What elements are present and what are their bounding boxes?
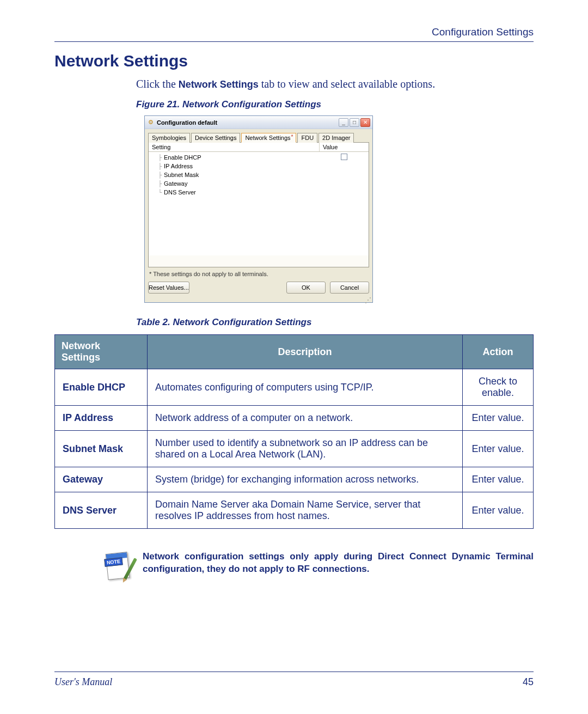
column-value: Value [320, 143, 369, 151]
intro-bold: Network Settings [179, 79, 259, 90]
row-name: Subnet Mask [55, 431, 148, 467]
page-header: Configuration Settings [54, 26, 534, 42]
tree-label: IP Address [163, 163, 320, 169]
row-action: Enter value. [463, 431, 534, 467]
footer-manual: User's Manual [54, 676, 112, 688]
page-footer: User's Manual 45 [54, 672, 534, 688]
note-block: NOTE Network configuration settings only… [103, 551, 534, 581]
th-action: Action [463, 335, 534, 369]
table-row: IP Address Network address of a computer… [55, 406, 534, 431]
minimize-button[interactable]: _ [339, 118, 348, 127]
tab-network-settings[interactable]: Network Settings [241, 133, 296, 143]
th-network-settings: Network Settings [55, 335, 148, 369]
checkbox-icon[interactable] [341, 154, 347, 160]
row-name: DNS Server [55, 492, 148, 529]
note-icon: NOTE [103, 551, 133, 581]
tree-header: Setting Value [149, 143, 369, 152]
table-row: Enable DHCP Automates configuring of com… [55, 369, 534, 406]
row-name: Gateway [55, 467, 148, 492]
column-setting: Setting [149, 143, 320, 151]
row-action: Check to enable. [463, 369, 534, 406]
tree-value[interactable] [320, 154, 369, 161]
row-name: Enable DHCP [55, 369, 148, 406]
table-row: Gateway System (bridge) for exchanging i… [55, 467, 534, 492]
tree-row[interactable]: └ DNS Server [149, 188, 369, 197]
footer-page-number: 45 [523, 676, 534, 688]
config-dialog: ⚙ Configuration default _ □ ✕ Symbologie… [144, 115, 373, 303]
row-desc: Network address of a computer on a netwo… [148, 406, 463, 431]
dialog-titlebar: ⚙ Configuration default _ □ ✕ [145, 116, 372, 129]
row-desc: Automates configuring of computers using… [148, 369, 463, 406]
row-desc: Number used to identify a subnetwork so … [148, 431, 463, 467]
table-row: Subnet Mask Number used to identify a su… [55, 431, 534, 467]
breadcrumb: Configuration Settings [432, 26, 534, 38]
section-title: Network Settings [54, 52, 534, 70]
row-desc: Domain Name Server aka Domain Name Servi… [148, 492, 463, 529]
row-name: IP Address [55, 406, 148, 431]
ok-button[interactable]: OK [286, 282, 326, 294]
table-caption: Table 2. Network Configuration Settings [136, 317, 534, 328]
tab-2d-imager[interactable]: 2D Imager [318, 133, 354, 143]
intro-suffix: tab to view and select available options… [259, 78, 435, 90]
tree-row[interactable]: ├ Enable DHCP [149, 153, 369, 162]
resize-grip-icon[interactable]: ⋰ [145, 298, 372, 302]
maximize-button[interactable]: □ [350, 118, 359, 127]
dialog-body: Symbologies Device Settings Network Sett… [145, 129, 372, 298]
dialog-tabs: Symbologies Device Settings Network Sett… [148, 132, 369, 142]
row-action: Enter value. [463, 492, 534, 529]
tree-label: DNS Server [163, 189, 320, 196]
dialog-title: Configuration default [157, 119, 339, 126]
tree-label: Subnet Mask [163, 172, 320, 178]
settings-table: Network Settings Description Action Enab… [54, 334, 534, 529]
row-action: Enter value. [463, 406, 534, 431]
window-controls: _ □ ✕ [339, 118, 370, 127]
figure-caption: Figure 21. Network Configuration Setting… [136, 99, 534, 110]
tree-row[interactable]: ├ IP Address [149, 162, 369, 170]
tab-fdu[interactable]: FDU [297, 133, 317, 143]
gear-icon: ⚙ [147, 119, 155, 126]
th-description: Description [148, 335, 463, 369]
dialog-screenshot: ⚙ Configuration default _ □ ✕ Symbologie… [144, 115, 534, 303]
tree-branch-icon: ├ [149, 154, 163, 161]
dialog-buttons: Reset Values... OK Cancel [148, 282, 369, 294]
tree-label: Gateway [163, 180, 320, 187]
tree-branch-icon: ├ [149, 163, 163, 170]
note-text: Network configuration settings only appl… [143, 551, 534, 576]
tree-row[interactable]: ├ Subnet Mask [149, 170, 369, 179]
dialog-footnote: * These settings do not apply to all ter… [149, 271, 368, 277]
cancel-button[interactable]: Cancel [330, 282, 369, 294]
tree-row[interactable]: ├ Gateway [149, 179, 369, 188]
row-desc: System (bridge) for exchanging informati… [148, 467, 463, 492]
tab-device-settings[interactable]: Device Settings [191, 133, 240, 143]
row-action: Enter value. [463, 467, 534, 492]
intro-prefix: Click the [136, 78, 179, 90]
tree-label: Enable DHCP [163, 154, 320, 161]
tab-symbologies[interactable]: Symbologies [148, 133, 190, 143]
tab-pane: Setting Value ├ Enable DHCP ├ IP Address [148, 142, 369, 267]
reset-values-button[interactable]: Reset Values... [148, 282, 189, 294]
tree-body: ├ Enable DHCP ├ IP Address ├ Subnet Mask [149, 152, 369, 255]
intro-text: Click the Network Settings tab to view a… [136, 78, 534, 90]
tree-branch-icon: ├ [149, 172, 163, 179]
close-button[interactable]: ✕ [360, 118, 370, 127]
table-row: DNS Server Domain Name Server aka Domain… [55, 492, 534, 529]
tree-branch-icon: └ [149, 189, 163, 196]
tree-branch-icon: ├ [149, 180, 163, 187]
